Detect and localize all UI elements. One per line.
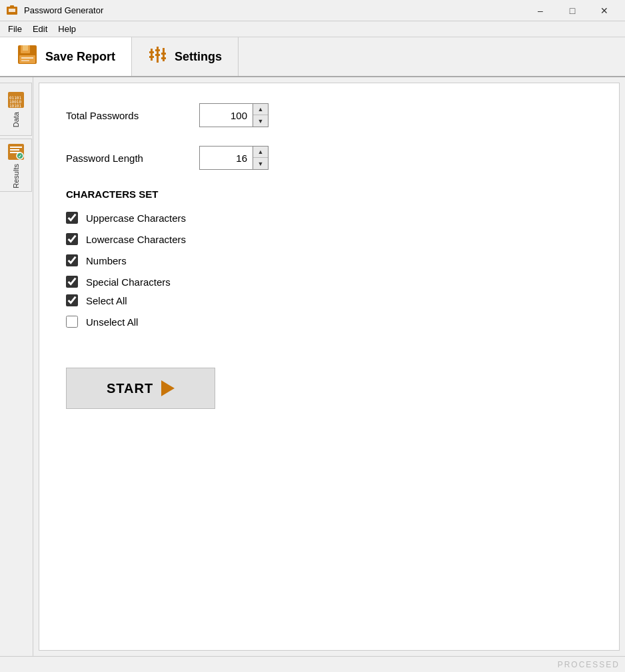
select-all-checkbox[interactable]	[66, 294, 78, 306]
svg-rect-9	[151, 49, 153, 61]
lowercase-checkbox[interactable]	[66, 233, 78, 245]
uppercase-checkbox[interactable]	[66, 212, 78, 224]
sidebar: 01101 10010 10101 Data ✓ Results	[0, 77, 33, 656]
lowercase-label[interactable]: Lowercase Characters	[86, 234, 186, 245]
lowercase-row: Lowercase Characters	[66, 233, 592, 245]
svg-rect-23	[10, 147, 22, 148]
menu-file[interactable]: File	[3, 23, 27, 35]
password-length-spinner-btns: ▲ ▼	[253, 147, 268, 169]
maximize-button[interactable]: □	[557, 1, 588, 21]
total-passwords-increment[interactable]: ▲	[253, 104, 268, 115]
minimize-button[interactable]: –	[525, 1, 556, 21]
sidebar-tab-results[interactable]: ✓ Results	[0, 139, 32, 192]
start-label: START	[107, 381, 153, 396]
svg-text:10101: 10101	[9, 103, 21, 108]
total-passwords-label: Total Passwords	[66, 110, 199, 121]
save-report-label: Save Report	[45, 50, 115, 64]
window-controls: – □ ✕	[525, 1, 620, 21]
special-label[interactable]: Special Characters	[86, 276, 171, 288]
start-button-wrap: START	[66, 368, 592, 409]
password-length-spinner: ▲ ▼	[199, 146, 269, 170]
special-checkbox[interactable]	[66, 276, 78, 288]
password-length-increment[interactable]: ▲	[253, 147, 268, 158]
status-text: PROCESSED	[558, 660, 620, 669]
select-all-row: Select All	[66, 294, 592, 306]
svg-rect-24	[10, 149, 19, 151]
unselect-all-row: Unselect All	[66, 316, 592, 328]
menu-help[interactable]: Help	[53, 23, 81, 35]
total-passwords-spinner-btns: ▲ ▼	[253, 104, 268, 127]
svg-rect-16	[161, 53, 166, 55]
total-passwords-spinner: ▲ ▼	[199, 103, 269, 127]
window-title: Password Generator	[24, 5, 525, 15]
save-report-button[interactable]: Save Report	[0, 37, 132, 76]
svg-rect-2	[10, 5, 14, 7]
uppercase-label[interactable]: Uppercase Characters	[86, 212, 186, 224]
toolbar: Save Report Settings	[0, 37, 625, 77]
password-length-row: Password Length ▲ ▼	[66, 146, 592, 170]
uppercase-row: Uppercase Characters	[66, 212, 592, 224]
start-button[interactable]: START	[66, 368, 215, 409]
total-passwords-input[interactable]	[200, 104, 253, 127]
settings-icon	[148, 45, 168, 69]
characters-set-heading: CHARACTERS SET	[66, 188, 592, 200]
svg-rect-7	[21, 57, 33, 59]
app-icon	[5, 4, 19, 17]
start-arrow-icon	[161, 380, 175, 396]
svg-rect-5	[23, 45, 28, 51]
title-bar: Password Generator – □ ✕	[0, 0, 625, 21]
svg-rect-1	[9, 9, 15, 12]
close-button[interactable]: ✕	[589, 1, 620, 21]
menu-edit[interactable]: Edit	[27, 23, 53, 35]
special-row: Special Characters	[66, 276, 592, 288]
unselect-all-checkbox[interactable]	[66, 316, 78, 328]
results-tab-icon: ✓	[7, 143, 25, 161]
status-bar: PROCESSED	[0, 656, 625, 672]
svg-text:✓: ✓	[18, 154, 22, 159]
settings-button[interactable]: Settings	[132, 37, 239, 76]
svg-rect-6	[19, 55, 35, 63]
total-passwords-decrement[interactable]: ▼	[253, 115, 268, 127]
content-panel: Total Passwords ▲ ▼ Password Length ▲ ▼ …	[39, 83, 620, 651]
unselect-all-label[interactable]: Unselect All	[86, 316, 138, 328]
numbers-label[interactable]: Numbers	[86, 255, 127, 266]
settings-label: Settings	[175, 50, 222, 64]
select-all-label[interactable]: Select All	[86, 295, 127, 306]
svg-rect-11	[149, 56, 154, 58]
numbers-checkbox[interactable]	[66, 254, 78, 266]
password-length-label: Password Length	[66, 153, 199, 164]
password-length-decrement[interactable]: ▼	[253, 158, 268, 169]
svg-rect-8	[21, 60, 29, 61]
save-report-icon	[16, 43, 39, 71]
menu-bar: File Edit Help	[0, 21, 625, 37]
svg-rect-13	[155, 49, 160, 51]
svg-rect-10	[149, 51, 154, 53]
main-area: 01101 10010 10101 Data ✓ Results Total P…	[0, 77, 625, 656]
sidebar-tab-data[interactable]: 01101 10010 10101 Data	[0, 83, 32, 136]
svg-rect-14	[155, 54, 160, 56]
password-length-input[interactable]	[200, 147, 253, 169]
sidebar-tab-results-label: Results	[12, 164, 20, 188]
total-passwords-row: Total Passwords ▲ ▼	[66, 103, 592, 127]
sidebar-tab-data-label: Data	[12, 112, 20, 127]
data-tab-icon: 01101 10010 10101	[7, 91, 25, 109]
numbers-row: Numbers	[66, 254, 592, 266]
svg-rect-17	[161, 57, 166, 59]
